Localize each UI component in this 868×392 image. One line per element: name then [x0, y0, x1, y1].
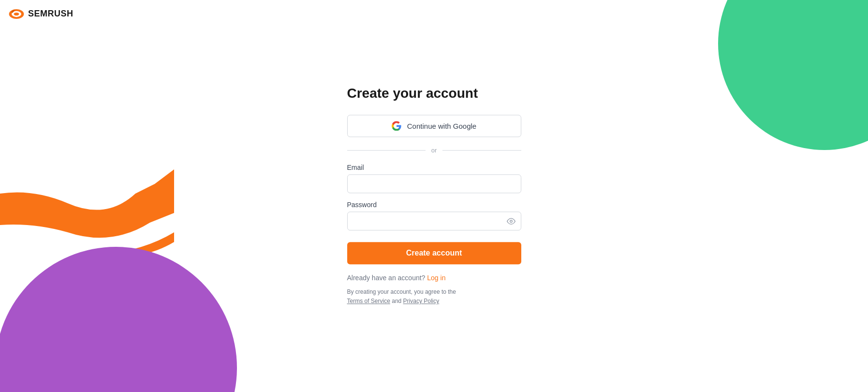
- google-button-label: Continue with Google: [407, 122, 476, 130]
- svg-point-5: [14, 12, 19, 15]
- logo: SEMRUSH: [9, 9, 74, 19]
- bg-purple-circle: [0, 247, 237, 392]
- password-input[interactable]: [347, 211, 521, 230]
- already-text-prefix: Already have an account?: [347, 274, 426, 282]
- email-input[interactable]: [347, 174, 521, 193]
- logo-text: SEMRUSH: [28, 9, 74, 19]
- signup-form-container: Create your account Continue with Google…: [347, 86, 521, 306]
- terms-text: By creating your account, you agree to t…: [347, 287, 521, 306]
- divider: or: [347, 147, 521, 154]
- terms-and: and: [392, 298, 401, 305]
- toggle-password-icon[interactable]: [507, 217, 515, 226]
- email-label: Email: [347, 164, 521, 171]
- create-account-button[interactable]: Create account: [347, 242, 521, 264]
- password-label: Password: [347, 201, 521, 209]
- privacy-policy-link[interactable]: Privacy Policy: [403, 298, 440, 305]
- svg-point-6: [510, 220, 512, 223]
- semrush-logo-icon: [9, 9, 24, 19]
- divider-text: or: [431, 147, 437, 154]
- divider-line-right: [442, 150, 521, 151]
- bg-orange-swoosh: [0, 145, 155, 252]
- google-signin-button[interactable]: Continue with Google: [347, 115, 521, 137]
- password-wrapper: [347, 211, 521, 230]
- page-title: Create your account: [347, 86, 521, 101]
- email-field-group: Email: [347, 164, 521, 193]
- google-icon: [392, 121, 401, 131]
- create-button-label: Create account: [406, 249, 462, 257]
- password-field-group: Password: [347, 201, 521, 230]
- divider-line-left: [347, 150, 426, 151]
- already-have-account-text: Already have an account? Log in: [347, 274, 521, 282]
- terms-of-service-link[interactable]: Terms of Service: [347, 298, 390, 305]
- bg-green-circle: [684, 0, 868, 184]
- terms-prefix: By creating your account, you agree to t…: [347, 288, 456, 295]
- login-link[interactable]: Log in: [427, 274, 445, 282]
